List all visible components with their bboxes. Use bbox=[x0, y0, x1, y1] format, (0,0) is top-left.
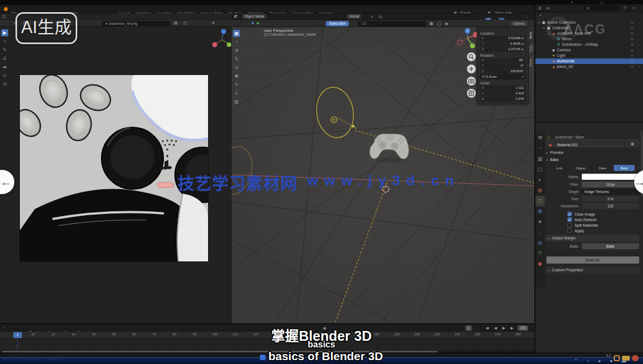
name-input[interactable] bbox=[582, 174, 639, 180]
field-filter-row: Filter 16 px bbox=[546, 181, 639, 188]
properties-tab-tool[interactable]: ⚒ bbox=[535, 133, 545, 143]
section-output[interactable]: ▸Output Margin bbox=[545, 235, 639, 242]
outliner-row[interactable]: ⚙Subdivision · UVMap⊙ ◌ bbox=[535, 42, 643, 47]
editor-type-icon[interactable]: ◩ bbox=[234, 14, 238, 19]
scale-tool-icon[interactable]: ⊡ bbox=[233, 64, 240, 71]
chevron-up-icon[interactable]: ⌃ bbox=[574, 358, 578, 363]
cursor-tool-icon[interactable]: + bbox=[1, 38, 8, 45]
npanel-tab-item[interactable]: Item bbox=[528, 29, 534, 42]
visibility-toggles: ⊙ ◌ bbox=[631, 25, 641, 31]
move-tool-icon[interactable]: ⊕ bbox=[233, 47, 240, 54]
image-name-field[interactable]: ∗ dualsense_ref.png bbox=[102, 21, 170, 26]
header-more-icon[interactable]: ⋮ bbox=[525, 14, 529, 19]
rotate-tool-icon[interactable]: ↻ bbox=[233, 55, 240, 62]
properties-tab-modifiers[interactable]: ⚙ bbox=[535, 206, 545, 217]
snap-magnet-icon[interactable]: ◗ bbox=[371, 14, 373, 18]
resolution-field[interactable]: 122 bbox=[582, 203, 639, 209]
transform-field[interactable]: Y4.4628 m bbox=[480, 41, 525, 46]
play-next-icon[interactable]: ▸ bbox=[598, 358, 601, 363]
transform-field[interactable]: X0.51268 m bbox=[480, 36, 525, 41]
filter-icon[interactable]: ▼ bbox=[211, 21, 215, 25]
measure-tool-icon[interactable]: ∠ bbox=[233, 89, 240, 97]
checkbox-row[interactable]: ✓Auto Refresh bbox=[567, 217, 639, 222]
outliner-row[interactable]: ▲plane_ref⊙ ◌ bbox=[535, 64, 643, 69]
transform-field[interactable]: Y0° bbox=[480, 63, 525, 68]
mirror-z-icon[interactable]: ◉ bbox=[445, 22, 448, 26]
tool-value-field[interactable]: ∕ 10 bbox=[358, 21, 426, 26]
npanel-tab-tool[interactable]: Tool bbox=[528, 42, 534, 56]
transform-field[interactable]: Z1.978 bbox=[480, 97, 525, 101]
image-pin-icon[interactable]: ▤ bbox=[174, 21, 178, 25]
segment-link[interactable]: Link bbox=[549, 165, 570, 171]
orientation-dropdown[interactable]: Global bbox=[347, 14, 362, 19]
crop-tool-icon[interactable]: ⊡ bbox=[1, 81, 8, 88]
transform-field[interactable]: X1.111 bbox=[480, 85, 525, 90]
properties-tab-output[interactable]: ▤ bbox=[535, 154, 545, 164]
segment-object[interactable]: Object bbox=[570, 165, 592, 171]
unlink-icon[interactable]: ▣ bbox=[630, 141, 634, 147]
bake-button[interactable]: Bake bbox=[582, 243, 639, 249]
properties-tab-world[interactable]: ◍ bbox=[535, 185, 545, 196]
transform-field[interactable]: X28° bbox=[480, 58, 525, 63]
field-label: Name bbox=[546, 175, 582, 179]
transform-field[interactable]: Z155.876° bbox=[480, 69, 525, 74]
segmented-control[interactable]: Link Object Data Both bbox=[549, 165, 635, 171]
options-button[interactable]: Options bbox=[510, 21, 528, 26]
loop-icon[interactable]: ○ bbox=[587, 358, 589, 363]
measure-tool-icon[interactable]: ∠ bbox=[1, 55, 8, 62]
properties-tab-particles[interactable]: ∗ bbox=[535, 217, 545, 227]
transform-tool-icon[interactable]: ◉ bbox=[233, 72, 240, 79]
mirror-y-icon[interactable]: ◯ bbox=[437, 22, 442, 26]
transform-field[interactable]: Y0.618 bbox=[480, 91, 525, 96]
transform-field[interactable]: Z1.07735 m bbox=[480, 47, 525, 52]
blender-logo-icon[interactable] bbox=[4, 7, 8, 11]
display-mode-icon[interactable]: 🗁 bbox=[546, 6, 550, 10]
target-dropdown[interactable]: Image Textures bbox=[582, 189, 639, 195]
properties-tab-scene[interactable]: ◐ bbox=[535, 175, 545, 185]
mode-dropdown[interactable]: Object Mode bbox=[242, 14, 267, 19]
section-preview[interactable]: ▸Preview bbox=[546, 151, 564, 154]
filter-icon[interactable]: ▽ bbox=[624, 6, 626, 10]
proportional-edit-icon[interactable]: ◎ bbox=[379, 14, 382, 19]
cursor-tool-icon[interactable]: + bbox=[233, 38, 240, 45]
annotate-tool-icon[interactable]: ✎ bbox=[1, 46, 8, 53]
scale-tool-icon[interactable]: ▭ bbox=[1, 72, 8, 79]
section-custom-properties[interactable]: ▸Custom Properties bbox=[545, 267, 639, 274]
properties-tab-material[interactable]: ◉ bbox=[535, 259, 545, 269]
properties-tab-physics[interactable]: ◌ bbox=[535, 227, 545, 238]
select-box-tool-icon[interactable]: ▦ bbox=[233, 30, 240, 37]
bake-all-button[interactable]: Bake All bbox=[546, 256, 639, 264]
checkbox-row[interactable]: ✓Clear Image bbox=[567, 211, 639, 217]
sample-tool-icon[interactable]: ▰ bbox=[1, 63, 8, 71]
active-tool-pill[interactable]: Select Box bbox=[326, 21, 349, 26]
outliner-type-icon[interactable]: ☰ bbox=[538, 6, 541, 10]
outliner-row[interactable]: ▲dualsense⊙ ◌ bbox=[535, 58, 643, 64]
properties-tab-render[interactable]: ◔ bbox=[535, 143, 545, 154]
record-icon[interactable]: ● bbox=[610, 358, 613, 363]
add-cube-tool-icon[interactable]: ▧ bbox=[233, 98, 240, 105]
checkbox-row[interactable]: Split Materials bbox=[567, 222, 639, 228]
segment-data[interactable]: Data bbox=[592, 165, 614, 171]
segment-both[interactable]: Both bbox=[614, 165, 635, 171]
image-editor-gizmo[interactable] bbox=[210, 28, 232, 52]
checkbox-row[interactable]: Apply bbox=[567, 228, 639, 233]
properties-tab-view-layer[interactable]: ▢ bbox=[535, 164, 545, 175]
npanel-tab-view[interactable]: View bbox=[528, 56, 534, 70]
section-bake[interactable]: ▾Bake bbox=[546, 158, 559, 162]
size-field[interactable]: 0 m bbox=[582, 196, 639, 202]
mirror-x-icon[interactable]: ▦ bbox=[429, 22, 433, 26]
outliner-item-icon: ▣ bbox=[542, 20, 547, 25]
properties-tab-constraints[interactable]: ◎ bbox=[535, 238, 545, 248]
outliner-row[interactable]: ☀Light⊙ ◌ bbox=[535, 53, 643, 58]
outliner-filter-caret-icon[interactable]: ▾ bbox=[540, 14, 541, 17]
id-name-row[interactable]: ◉ Material.001 ▣ bbox=[546, 140, 639, 147]
outliner-row[interactable]: ◉Camera⊙ ◌ bbox=[535, 47, 643, 53]
annotate-tool-icon[interactable]: ✎ bbox=[233, 81, 240, 88]
image-new-icon[interactable]: ◫ bbox=[183, 21, 187, 25]
outliner-options-icon[interactable]: ≡ bbox=[633, 6, 635, 10]
filter-stepper[interactable]: 16 px bbox=[582, 181, 639, 188]
euler-dropdown[interactable]: XYZ Euler▾ bbox=[480, 74, 525, 79]
properties-tab-object[interactable]: □ bbox=[535, 196, 545, 206]
editor-type-icon[interactable]: ◫ bbox=[2, 14, 6, 19]
tweak-tool-icon[interactable]: ▶ bbox=[1, 29, 8, 36]
